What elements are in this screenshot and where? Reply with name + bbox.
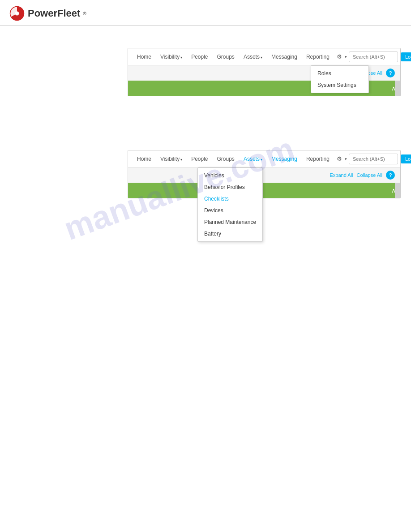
dropdown-item-roles[interactable]: Roles bbox=[311, 68, 368, 79]
dropdown-item-vehicles[interactable]: Vehicles bbox=[198, 170, 262, 181]
visibility-caret-1: ▾ bbox=[180, 56, 182, 60]
nav-item-messaging-1[interactable]: Messaging bbox=[267, 49, 302, 64]
search-input-1[interactable] bbox=[349, 51, 398, 62]
nav-bar-1: Home Visibility▾ People Groups Assets▾ M… bbox=[128, 48, 400, 65]
gear-caret-1: ▾ bbox=[345, 55, 347, 59]
logo-container: PowerFleet® bbox=[9, 5, 86, 21]
help-button-2[interactable]: ? bbox=[386, 171, 395, 180]
scrollbar-1 bbox=[395, 81, 400, 96]
nav-item-people-2[interactable]: People bbox=[187, 151, 212, 167]
dropdown-item-checklists[interactable]: Checklists bbox=[198, 193, 262, 205]
gear-icon-2[interactable]: ⚙ bbox=[334, 155, 345, 162]
screenshot-wrapper-2: Home Visibility▾ People Groups Assets▾ M… bbox=[13, 150, 398, 198]
nav-item-home-2[interactable]: Home bbox=[133, 151, 156, 167]
scrollbar-2 bbox=[395, 183, 400, 198]
visibility-caret-2: ▾ bbox=[180, 158, 182, 162]
assets-caret-2: ▾ bbox=[261, 158, 262, 162]
nav-item-home-1[interactable]: Home bbox=[133, 49, 156, 64]
nav-item-groups-2[interactable]: Groups bbox=[213, 151, 239, 167]
logout-button-2[interactable]: Logout bbox=[401, 154, 411, 163]
green-bar-2: ∧ bbox=[128, 183, 400, 198]
collapse-all-link-2[interactable]: Collapse All bbox=[357, 172, 382, 178]
spacer-between bbox=[13, 114, 398, 141]
nav-item-messaging-2[interactable]: Messaging bbox=[267, 151, 302, 167]
nav-item-assets-1[interactable]: Assets▾ bbox=[239, 49, 267, 64]
powerfleet-logo-icon bbox=[9, 5, 25, 21]
gear-dropdown-1: Roles System Settings bbox=[311, 65, 369, 93]
gear-caret-2: ▾ bbox=[345, 157, 347, 161]
svg-point-1 bbox=[15, 12, 19, 16]
nav-item-people-1[interactable]: People bbox=[187, 49, 212, 64]
page-header: PowerFleet® bbox=[0, 0, 411, 26]
main-content: Home Visibility▾ People Groups Assets▾ M… bbox=[0, 26, 411, 225]
logo-registered: ® bbox=[83, 11, 86, 16]
dropdown-item-planned-maintenance[interactable]: Planned Maintenance bbox=[198, 216, 262, 228]
nav-item-visibility-2[interactable]: Visibility▾ bbox=[156, 151, 187, 167]
gear-icon-1[interactable]: ⚙ bbox=[334, 53, 345, 60]
toolbar-row-2: Expand All Collapse All ? bbox=[128, 167, 400, 183]
screenshot-box-2: Home Visibility▾ People Groups Assets▾ M… bbox=[128, 150, 401, 198]
expand-all-link-2[interactable]: Expand All bbox=[330, 172, 353, 178]
nav-item-assets-2[interactable]: Assets▾ bbox=[239, 151, 267, 167]
screenshot-box-1: Home Visibility▾ People Groups Assets▾ M… bbox=[128, 48, 401, 96]
logout-button-1[interactable]: Logout bbox=[401, 52, 411, 61]
nav-bar-2: Home Visibility▾ People Groups Assets▾ M… bbox=[128, 150, 400, 167]
dropdown-item-behavior-profiles[interactable]: Behavior Profiles bbox=[198, 181, 262, 193]
nav-item-groups-1[interactable]: Groups bbox=[213, 49, 239, 64]
dropdown-item-devices[interactable]: Devices bbox=[198, 205, 262, 216]
search-input-2[interactable] bbox=[349, 154, 398, 164]
assets-dropdown-2: Vehicles Behavior Profiles Checklists De… bbox=[197, 167, 263, 242]
nav-item-reporting-2[interactable]: Reporting bbox=[302, 151, 334, 167]
assets-caret-1: ▾ bbox=[261, 56, 262, 60]
dropdown-item-system-settings[interactable]: System Settings bbox=[311, 79, 368, 91]
logo-text: PowerFleet bbox=[28, 8, 80, 19]
nav-item-reporting-1[interactable]: Reporting bbox=[302, 49, 334, 64]
dropdown-item-battery[interactable]: Battery bbox=[198, 228, 262, 240]
help-button-1[interactable]: ? bbox=[386, 69, 395, 77]
nav-item-visibility-1[interactable]: Visibility▾ bbox=[156, 49, 187, 64]
screenshot-wrapper-1: Home Visibility▾ People Groups Assets▾ M… bbox=[13, 48, 398, 96]
